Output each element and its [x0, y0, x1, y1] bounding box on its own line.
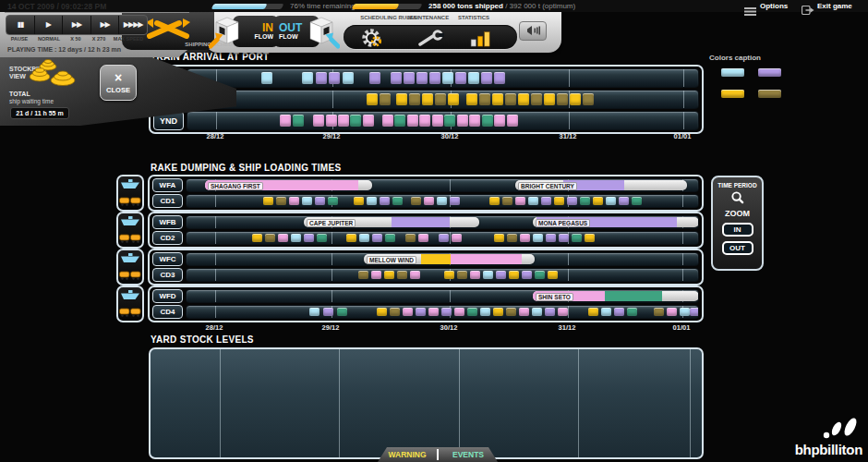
ship-icon — [120, 213, 140, 230]
rake-group: WFASHAGANG FIRSTBRIGHT CENTURYCD1 — [116, 175, 704, 212]
in-flow-word: IN — [262, 23, 273, 33]
gear-icon[interactable] — [360, 27, 382, 53]
play-normal-button[interactable]: ▶ — [35, 16, 64, 34]
ship-name-label: MONA PEGASUS — [536, 219, 590, 227]
schedule-block — [390, 308, 400, 316]
schedule-block — [261, 72, 272, 84]
rake-group-chart: WFCMELLOW WINDCD3 — [148, 249, 704, 286]
schedule-block — [470, 271, 480, 279]
ship-track: CAPE JUPITERMONA PEGASUS — [186, 215, 699, 229]
axis-date-label: 29/12 — [312, 323, 349, 332]
tab-statistics[interactable]: STATISTICS — [445, 15, 502, 20]
playback-controls: ▮▮ ▶ ▶▶ ▶▶ ▶▶▶▶ — [6, 15, 148, 35]
schedule-block — [531, 93, 542, 105]
speed-x50-button[interactable]: ▶▶ — [63, 16, 91, 34]
speed-x270-button[interactable]: ▶▶ — [91, 16, 120, 34]
schedule-block — [291, 234, 301, 242]
schedule-block — [680, 308, 690, 316]
schedule-block — [654, 308, 664, 316]
sound-toggle-button[interactable] — [519, 21, 547, 41]
tab-events[interactable]: EVENTS — [439, 450, 498, 459]
grid-line — [682, 253, 683, 265]
schedule-block — [502, 197, 512, 205]
schedule-block — [444, 271, 454, 279]
ship-track: MELLOW WIND — [186, 252, 699, 266]
ship-icon — [120, 250, 140, 267]
statistics-bars-icon[interactable] — [469, 29, 493, 51]
schedule-block — [380, 197, 390, 205]
zoom-out-button[interactable]: OUT — [722, 241, 753, 255]
train-track — [187, 68, 699, 88]
ship-name-label: BRIGHT CENTURY — [518, 182, 577, 190]
schedule-block — [265, 234, 275, 242]
schedule-block — [509, 271, 519, 279]
exit-game-button[interactable]: Exit game — [817, 2, 852, 10]
ship-loading-bar: MELLOW WIND — [364, 254, 535, 264]
max-speed-button[interactable]: ▶▶▶▶ — [119, 16, 147, 34]
schedule-block — [494, 115, 505, 127]
schedule-block — [466, 93, 477, 105]
tab-warning[interactable]: WARNING — [378, 450, 437, 459]
grid-line — [450, 290, 451, 302]
close-icon: × — [115, 72, 122, 84]
grid-line — [682, 195, 683, 207]
rake-row: CD4 — [152, 305, 699, 319]
schedule-block — [448, 93, 459, 105]
schedule-block — [454, 308, 464, 316]
time-remaining-label: 76% time remaining — [290, 2, 356, 10]
ship-name-label: SHIN SETO — [536, 293, 573, 301]
grid-line — [215, 253, 216, 265]
schedule-block — [480, 308, 490, 316]
rake-group-chart: WFASHAGANG FIRSTBRIGHT CENTURYCD1 — [148, 175, 704, 212]
stockpile-icon[interactable] — [28, 55, 78, 92]
schedule-block — [278, 234, 288, 242]
tons-optimum-value: / 392 000 t (optimum) — [503, 2, 575, 10]
schedule-block — [367, 197, 377, 205]
schedule-block — [483, 271, 493, 279]
schedule-block — [493, 308, 503, 316]
schedule-block — [396, 93, 407, 105]
rake-row: CD2 — [152, 231, 699, 245]
pause-button[interactable]: ▮▮ — [6, 16, 35, 34]
ship-icon — [120, 176, 140, 193]
schedule-block — [567, 197, 577, 205]
tons-shipped-fill — [352, 4, 400, 9]
schedule-block — [455, 72, 466, 84]
schedule-block — [338, 115, 349, 127]
schedule-block — [467, 308, 477, 316]
schedule-block — [606, 197, 616, 205]
schedule-block — [280, 115, 291, 127]
rake-group-chart: WFBCAPE JUPITERMONA PEGASUSCD2 — [148, 212, 704, 249]
zoom-label: ZOOM — [713, 209, 762, 218]
schedule-block — [411, 197, 421, 205]
close-button[interactable]: × CLOSE — [100, 65, 137, 101]
schedule-block — [385, 234, 395, 242]
zoom-in-button[interactable]: IN — [722, 223, 753, 237]
schedule-block — [494, 234, 504, 242]
rake-group: WFBCAPE JUPITERMONA PEGASUSCD2 — [116, 212, 704, 249]
schedule-block — [304, 234, 314, 242]
rake-group: WFCMELLOW WINDCD3 — [116, 249, 704, 286]
grid-line — [568, 253, 569, 265]
ship-icon — [120, 287, 140, 304]
schedule-block — [315, 197, 325, 205]
train-icon — [119, 230, 141, 247]
schedule-block — [380, 93, 391, 105]
schedule-block — [384, 271, 394, 279]
brand-name: bhpbilliton — [795, 444, 862, 456]
ship-row-label: WFA — [152, 178, 183, 192]
exit-icon — [802, 2, 814, 18]
grid-line — [215, 232, 216, 244]
wrench-icon[interactable] — [417, 30, 445, 50]
rake-group-icons — [116, 212, 144, 249]
train-row: YND — [153, 111, 699, 130]
options-button[interactable]: Options — [760, 2, 788, 10]
schedule-block — [492, 93, 503, 105]
rake-group-chart: WFDSHIN SETOCD4 — [148, 286, 704, 322]
rake-group-icons — [116, 175, 144, 212]
schedule-block — [479, 93, 490, 105]
schedule-block — [627, 308, 637, 316]
shipping-schedule-icon — [142, 17, 194, 44]
out-flow-word: OUT — [279, 23, 302, 33]
schedule-block — [404, 72, 415, 84]
